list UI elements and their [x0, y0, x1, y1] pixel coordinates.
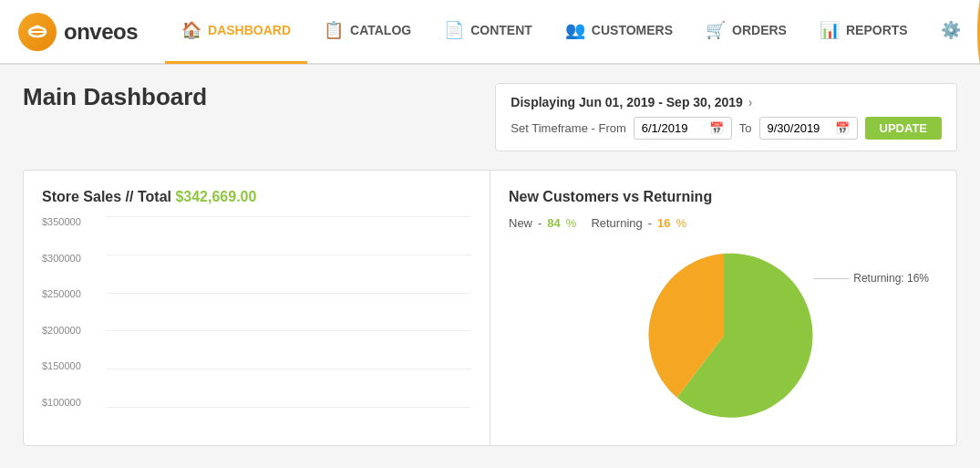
timeframe-arrow-icon: › [748, 95, 753, 109]
settings-icon: ⚙️ [941, 20, 961, 40]
dashboard-header: Main Dashboard Displaying Jun 01, 2019 -… [23, 83, 957, 151]
new-pct: 84 [547, 216, 560, 230]
y-axis: $100000 $150000 $200000 $250000 $300000 … [42, 216, 81, 426]
to-date-input[interactable]: 📅 [759, 117, 858, 140]
ec-choice-text: CHOICE [977, 36, 980, 49]
logo: onveos [18, 13, 138, 51]
timeframe-inputs: Set Timeframe - From 📅 To 📅 UPDATE [511, 117, 942, 140]
pie-legend: New - 84 % Returning - 16 % [509, 216, 938, 230]
nav-item-orders[interactable]: 🛒 ORDERS [689, 0, 803, 64]
ec-year-text: 2022 [977, 49, 980, 60]
nav-item-customers[interactable]: 👥 CUSTOMERS [549, 0, 689, 64]
logo-icon [18, 13, 57, 51]
nav-item-content[interactable]: 📄 CONTENT [428, 0, 549, 64]
main-content: Main Dashboard Displaying Jun 01, 2019 -… [0, 65, 980, 464]
customers-panel: New Customers vs Returning New - 84 % Re… [490, 171, 956, 445]
page-title: Main Dashboard [23, 83, 207, 111]
pie-chart-svg [633, 244, 815, 427]
nav-item-catalog[interactable]: 📋 CATALOG [307, 0, 428, 64]
from-date-field[interactable] [642, 121, 706, 135]
ec-thumb-icon: 👍 [977, 13, 980, 36]
bar-chart-area: $100000 $150000 $200000 $250000 $300000 … [42, 216, 471, 426]
content-icon: 📄 [444, 20, 464, 40]
update-button[interactable]: UPDATE [865, 117, 942, 140]
nav-item-settings[interactable]: ⚙️ [924, 0, 977, 64]
customers-chart-title: New Customers vs Returning [509, 189, 938, 205]
store-sales-panel: Store Sales // Total $342,669.00 $100000… [24, 171, 490, 445]
brand-name: onveos [64, 19, 138, 45]
catalog-icon: 📋 [324, 20, 344, 40]
to-calendar-icon[interactable]: 📅 [835, 121, 850, 135]
editors-choice-badge: Editor's 👍 CHOICE 2022 [977, 0, 980, 73]
timeframe-box: Displaying Jun 01, 2019 - Sep 30, 2019 ›… [495, 83, 957, 151]
main-nav: 🏠 DASHBOARD 📋 CATALOG 📄 CONTENT 👥 CUSTOM… [165, 0, 977, 63]
charts-row: Store Sales // Total $342,669.00 $100000… [23, 170, 957, 446]
ec-top-text: Editor's [977, 3, 980, 13]
timeframe-displaying: Displaying Jun 01, 2019 - Sep 30, 2019 › [511, 95, 942, 109]
returning-pct: 16 [657, 216, 670, 230]
reports-icon: 📊 [820, 20, 840, 40]
to-date-field[interactable] [768, 121, 831, 135]
nav-item-dashboard[interactable]: 🏠 DASHBOARD [165, 0, 307, 64]
bars-container [106, 216, 471, 408]
from-date-input[interactable]: 📅 [634, 117, 732, 140]
nav-item-reports[interactable]: 📊 REPORTS [803, 0, 924, 64]
from-calendar-icon[interactable]: 📅 [709, 121, 724, 135]
header: onveos 🏠 DASHBOARD 📋 CATALOG 📄 CONTENT 👥… [0, 0, 980, 64]
label-line [813, 278, 850, 279]
store-sales-title: Store Sales // Total $342,669.00 [42, 189, 471, 205]
total-amount: $342,669.00 [175, 189, 256, 204]
pie-label-returning: Returning: 16% [813, 272, 929, 285]
dashboard-icon: 🏠 [181, 20, 201, 40]
customers-icon: 👥 [565, 20, 585, 40]
pie-chart-container: Returning: 16% [509, 244, 938, 427]
orders-icon: 🛒 [706, 20, 726, 40]
